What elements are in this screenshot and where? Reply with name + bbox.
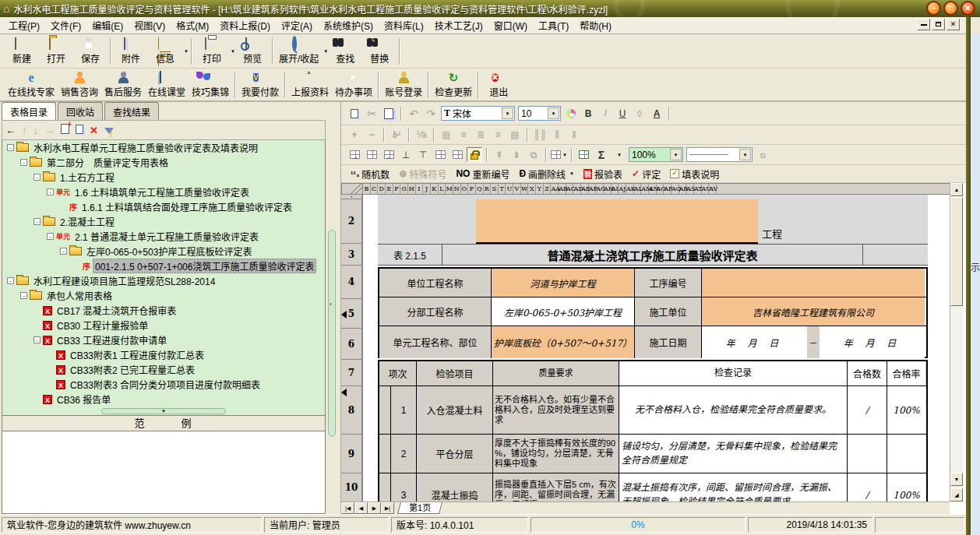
fill-pattern-button[interactable]: ▼ bbox=[551, 147, 567, 162]
row-header[interactable]: 3 bbox=[341, 244, 361, 266]
unit-project-value-cell[interactable]: 河道与护岸工程 bbox=[492, 269, 635, 297]
align-middle-button[interactable]: ≣ bbox=[473, 128, 488, 143]
inspect-item-cell[interactable]: 平仓分层 bbox=[417, 435, 493, 473]
column-header[interactable]: AU bbox=[702, 184, 710, 194]
close-button[interactable]: ✕ bbox=[961, 1, 975, 16]
tree-item[interactable]: -1.土石方工程 bbox=[2, 170, 325, 185]
tree-item[interactable]: -水利水电工程单元工程施工质量验收评定表及填表说明 bbox=[2, 140, 325, 155]
link-button[interactable]: ⧉ bbox=[526, 147, 541, 162]
column-header[interactable]: L bbox=[439, 184, 446, 194]
tree-item[interactable]: XCB30 工程计量报验单 bbox=[2, 318, 325, 333]
column-header[interactable]: AH bbox=[604, 184, 612, 194]
item-no-cell[interactable]: 1 bbox=[391, 386, 417, 434]
random-number-button[interactable]: ¹²₃随机数 bbox=[346, 167, 394, 181]
tree-item[interactable]: -2.混凝土工程 bbox=[2, 214, 325, 229]
vertical-scrollbar[interactable]: ▲ ▼ ◢ bbox=[950, 183, 963, 502]
strikeout-button[interactable]: Đ画删除线▼ bbox=[514, 167, 579, 181]
column-header[interactable]: X bbox=[528, 184, 536, 194]
font-name-select[interactable]: T宋体▼ bbox=[441, 106, 515, 121]
quality-req-cell[interactable]: 振捣器垂直插入下层5 cm，有次序，间距、留振时间合理，无漏振、无超振 bbox=[493, 473, 619, 502]
open-button[interactable]: 打开 bbox=[39, 36, 73, 67]
account-login-button[interactable]: 账号登录 bbox=[382, 69, 425, 100]
division-project-value-cell[interactable]: 左岸0-065-0+503护岸工程 bbox=[492, 297, 635, 326]
column-header[interactable]: AB bbox=[559, 184, 566, 194]
info-dropdown-arrow[interactable]: ▼ bbox=[184, 49, 189, 54]
new-button[interactable]: 新建 bbox=[5, 36, 39, 67]
hint-side-tab[interactable]: 示 bbox=[971, 34, 980, 535]
tree-item-selected[interactable]: 序001-2.1.5 0+507-1+006浇筑工序施工质量验收评定表 bbox=[2, 259, 325, 273]
cut-button[interactable]: ✂ bbox=[364, 106, 379, 121]
check-record-cell[interactable]: 铺设均匀，分层清楚，无骨料集中现象，检验结果完全符合质量规定 bbox=[619, 435, 848, 473]
copy-button[interactable] bbox=[347, 106, 362, 121]
column-header[interactable]: K bbox=[431, 184, 439, 194]
column-header[interactable]: AR bbox=[679, 184, 687, 194]
collapse-box-icon[interactable]: - bbox=[20, 292, 27, 299]
tree-item[interactable]: -单元2.1 普通混凝土单元工程施工质量验收评定表 bbox=[2, 229, 325, 244]
split-cell-button[interactable]: ⊥ bbox=[398, 147, 414, 162]
mdi-close-button[interactable]: ✕ bbox=[947, 19, 960, 30]
construction-date-label-cell[interactable]: 施工日期 bbox=[635, 326, 702, 358]
insert-row-button[interactable] bbox=[364, 147, 379, 162]
zoom-select[interactable]: 100%▼ bbox=[629, 147, 683, 162]
inspect-item-cell[interactable]: 入仓混凝土料 bbox=[417, 386, 493, 434]
decrease-button[interactable]: − bbox=[364, 128, 379, 143]
align-right-button[interactable]: ≡ bbox=[490, 128, 506, 143]
delete-form-button[interactable]: ✕ bbox=[90, 125, 98, 136]
delete-row-button[interactable] bbox=[432, 147, 448, 162]
column-header[interactable]: J bbox=[423, 184, 431, 194]
collapse-box-icon[interactable]: - bbox=[47, 188, 54, 195]
col-header-quality-req[interactable]: 质量要求 bbox=[493, 361, 619, 385]
add-form-button[interactable] bbox=[61, 124, 69, 136]
undo-button[interactable]: ↶ bbox=[406, 106, 421, 121]
column-header[interactable]: AF bbox=[589, 184, 597, 194]
tree-item[interactable]: -第二部分 质量评定专用表格 bbox=[2, 155, 325, 170]
menu-system-maintain[interactable]: 系统维护(S) bbox=[318, 17, 379, 33]
element-project-value-cell[interactable]: 护岸底板砼（0+507～0+517） bbox=[492, 326, 635, 358]
sum-dropdown[interactable]: ▼ bbox=[611, 147, 626, 162]
move-up-button[interactable]: ↑ bbox=[22, 125, 27, 136]
collapse-box-icon[interactable]: - bbox=[7, 144, 14, 151]
fill-instruction-button[interactable]: 填表说明 bbox=[665, 167, 724, 181]
column-header[interactable]: B bbox=[363, 184, 371, 194]
scroll-up-button[interactable]: ▲ bbox=[950, 183, 963, 196]
builder-label-cell[interactable]: 施工单位 bbox=[635, 297, 702, 326]
menu-technology[interactable]: 技术工艺(J) bbox=[429, 17, 488, 33]
inspection-form-button[interactable]: 验报验表 bbox=[579, 167, 627, 181]
menu-library[interactable]: 资料库(L) bbox=[379, 17, 429, 33]
vertical-text-button[interactable]: ║║ bbox=[532, 128, 548, 143]
after-sales-button[interactable]: 售后服务 bbox=[101, 69, 145, 100]
column-header[interactable]: AQ bbox=[672, 184, 679, 194]
nav-back-button[interactable]: ← bbox=[5, 125, 16, 136]
menu-format[interactable]: 格式(M) bbox=[171, 17, 214, 33]
menu-view[interactable]: 视图(V) bbox=[129, 17, 171, 33]
column-header[interactable]: R bbox=[484, 184, 492, 194]
diagonal-border-button[interactable]: ⧅ bbox=[755, 147, 770, 162]
process-number-value-cell[interactable] bbox=[702, 269, 925, 297]
column-header[interactable]: AO bbox=[657, 184, 664, 194]
menu-edit[interactable]: 编辑(E) bbox=[86, 17, 129, 33]
tips-button[interactable]: 技巧集锦 bbox=[189, 69, 232, 100]
tree-item[interactable]: XCB33附表2 已完工程量汇总表 bbox=[2, 362, 325, 377]
row-header[interactable]: 9 bbox=[341, 435, 361, 473]
vertical-text-center-button[interactable]: ⫼ bbox=[549, 128, 565, 143]
check-record-cell[interactable]: 无不合格料入仓，检验结果完全符合质量要求。 bbox=[619, 386, 848, 434]
tree-item[interactable]: -单元1.6 土料填筑单元工程施工质量验收评定表 bbox=[2, 185, 325, 199]
format-painter-button[interactable] bbox=[563, 106, 579, 121]
italic-button[interactable]: I bbox=[598, 106, 613, 121]
construction-date-value-cell[interactable]: 年 月 日 － 年 月 日 bbox=[702, 326, 925, 358]
splitter-collapse-handle[interactable]: ▼ bbox=[101, 408, 226, 414]
align-center-button[interactable]: ≡ bbox=[456, 128, 471, 143]
online-expert-button[interactable]: e在线找专家 bbox=[5, 69, 58, 100]
col-header-pass-rate[interactable]: 合格率 bbox=[887, 361, 925, 385]
collapse-box-icon[interactable]: - bbox=[47, 233, 54, 240]
builder-value-cell[interactable]: 吉林省皓隆工程建筑有限公司 bbox=[702, 297, 925, 326]
menu-help[interactable]: 帮助(H) bbox=[574, 17, 617, 33]
scroll-corner-button[interactable]: ◢ bbox=[950, 488, 963, 502]
tree-item[interactable]: XCB33附表3 合同分类分项项目进度付款明细表 bbox=[2, 377, 325, 392]
online-class-button[interactable]: 在线课堂 bbox=[145, 69, 189, 100]
column-header[interactable]: AK bbox=[626, 184, 634, 194]
column-header[interactable]: AA bbox=[551, 184, 559, 194]
collapse-box-icon[interactable]: - bbox=[20, 159, 27, 166]
col-header-pass-count[interactable]: 合格数 bbox=[848, 361, 887, 385]
column-header[interactable]: D bbox=[378, 184, 386, 194]
